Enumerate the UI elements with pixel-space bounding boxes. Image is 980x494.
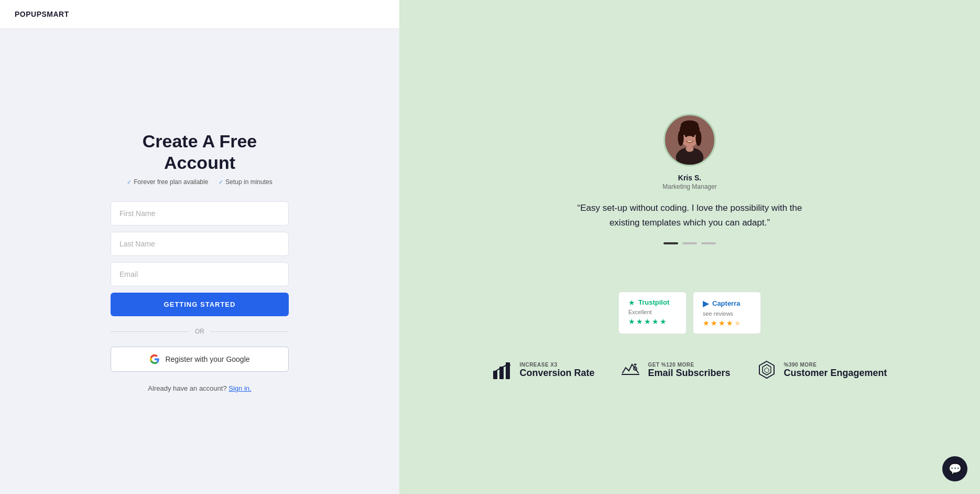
check-icon-2: ✓ bbox=[219, 179, 223, 186]
divider-line-right bbox=[211, 331, 289, 332]
trustpilot-badge: ★ Trustpilot Excellent ★ ★ ★ ★ ★ bbox=[618, 292, 687, 334]
stat-engagement-label: %390 MORE bbox=[784, 362, 887, 368]
svg-point-8 bbox=[685, 135, 688, 137]
stats-bar: INCREASE X3 Conversion Rate GET %120 MOR… bbox=[492, 360, 887, 380]
reviewer-name: Kris S. bbox=[678, 174, 701, 182]
site-header: POPUPSMART bbox=[0, 0, 399, 29]
capterra-stars: ★ ★ ★ ★ ★ bbox=[703, 319, 741, 327]
ct-star-4: ★ bbox=[726, 319, 733, 327]
signin-prompt: Already have an account? Sign in. bbox=[111, 384, 289, 392]
google-register-button[interactable]: Register with your Google bbox=[111, 347, 289, 372]
stat-email: GET %120 MORE Email Subscribers bbox=[620, 360, 730, 380]
ct-star-1: ★ bbox=[703, 319, 710, 327]
svg-marker-19 bbox=[763, 364, 771, 375]
trustpilot-star-icon: ★ bbox=[628, 298, 635, 307]
chat-button[interactable]: 💬 bbox=[942, 456, 967, 481]
avatar bbox=[663, 114, 716, 166]
stat-email-text: GET %120 MORE Email Subscribers bbox=[648, 362, 730, 379]
left-panel: POPUPSMART Create A Free Account ✓ Forev… bbox=[0, 0, 399, 494]
trustpilot-header: ★ Trustpilot bbox=[628, 298, 669, 307]
testimonial-section: Kris S. Marketing Manager “Easy set-up w… bbox=[564, 114, 815, 265]
avatar-image bbox=[665, 114, 714, 166]
logo: POPUPSMART bbox=[15, 10, 69, 18]
divider-text: OR bbox=[195, 328, 204, 335]
google-button-label: Register with your Google bbox=[165, 355, 249, 363]
stat-conversion-label: INCREASE X3 bbox=[519, 362, 594, 368]
trustpilot-logo: Trustpilot bbox=[638, 298, 669, 306]
google-icon bbox=[149, 354, 160, 364]
form-area: Create A Free Account ✓ Forever free pla… bbox=[0, 29, 399, 494]
tp-star-4: ★ bbox=[652, 317, 659, 326]
first-name-input[interactable] bbox=[111, 201, 289, 225]
email-subscribers-icon bbox=[620, 360, 640, 380]
chat-icon: 💬 bbox=[949, 463, 962, 475]
ct-star-3: ★ bbox=[718, 319, 725, 327]
dot-1[interactable] bbox=[663, 242, 678, 244]
capterra-header: ▶ Capterra bbox=[703, 298, 740, 308]
capterra-logo: Capterra bbox=[712, 299, 740, 307]
capterra-badge: ▶ Capterra see reviews ★ ★ ★ ★ ★ bbox=[693, 292, 761, 334]
customer-engagement-icon bbox=[757, 360, 777, 380]
stat-email-value: Email Subscribers bbox=[648, 368, 730, 379]
form-subtitle: ✓ Forever free plan available ✓ Setup in… bbox=[111, 178, 289, 186]
dot-2[interactable] bbox=[682, 242, 697, 244]
stat-engagement-value: Customer Engagement bbox=[784, 368, 887, 379]
stat-engagement: %390 MORE Customer Engagement bbox=[757, 360, 887, 380]
ct-star-5: ★ bbox=[734, 319, 741, 327]
tp-star-5: ★ bbox=[660, 317, 667, 326]
stat-engagement-text: %390 MORE Customer Engagement bbox=[784, 362, 887, 379]
stat-email-label: GET %120 MORE bbox=[648, 362, 730, 368]
tp-star-3: ★ bbox=[644, 317, 651, 326]
svg-rect-14 bbox=[622, 374, 639, 375]
capterra-sub: see reviews bbox=[703, 310, 733, 317]
carousel-dots bbox=[663, 242, 716, 244]
subtitle-setup: ✓ Setup in minutes bbox=[219, 178, 272, 186]
tp-star-1: ★ bbox=[628, 317, 635, 326]
signin-link[interactable]: Sign in. bbox=[228, 384, 251, 392]
check-icon-1: ✓ bbox=[127, 179, 132, 186]
svg-point-6 bbox=[695, 131, 701, 146]
svg-point-5 bbox=[678, 131, 683, 146]
right-panel: Kris S. Marketing Manager “Easy set-up w… bbox=[399, 0, 980, 494]
reviewer-title: Marketing Manager bbox=[662, 183, 716, 190]
stat-conversion-value: Conversion Rate bbox=[519, 368, 594, 379]
svg-rect-10 bbox=[493, 371, 497, 379]
form-container: Create A Free Account ✓ Forever free pla… bbox=[111, 131, 289, 393]
ct-star-2: ★ bbox=[711, 319, 717, 327]
trustpilot-sub: Excellent bbox=[628, 309, 652, 315]
svg-marker-18 bbox=[759, 361, 774, 378]
dot-3[interactable] bbox=[701, 242, 716, 244]
capterra-arrow-icon: ▶ bbox=[703, 298, 709, 308]
svg-point-7 bbox=[681, 121, 699, 131]
testimonial-quote: “Easy set-up without coding. I love the … bbox=[564, 201, 815, 229]
conversion-rate-icon bbox=[492, 360, 512, 380]
subtitle-free-plan: ✓ Forever free plan available bbox=[127, 178, 208, 186]
last-name-input[interactable] bbox=[111, 232, 289, 256]
rating-badges: ★ Trustpilot Excellent ★ ★ ★ ★ ★ ▶ Capte… bbox=[618, 292, 761, 334]
svg-point-9 bbox=[692, 135, 694, 137]
divider: OR bbox=[111, 328, 289, 335]
stat-conversion-text: INCREASE X3 Conversion Rate bbox=[519, 362, 594, 379]
tp-star-2: ★ bbox=[636, 317, 643, 326]
svg-marker-20 bbox=[765, 368, 769, 373]
stat-conversion: INCREASE X3 Conversion Rate bbox=[492, 360, 594, 380]
form-title: Create A Free Account bbox=[111, 131, 289, 174]
trustpilot-stars: ★ ★ ★ ★ ★ bbox=[628, 317, 667, 326]
divider-line-left bbox=[111, 331, 189, 332]
email-input[interactable] bbox=[111, 262, 289, 286]
getting-started-button[interactable]: GETTING STARTED bbox=[111, 293, 289, 316]
